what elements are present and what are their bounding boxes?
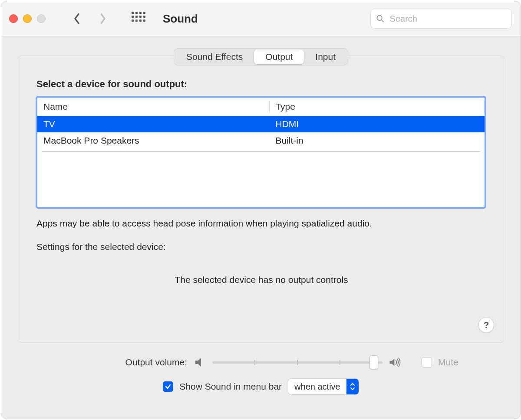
- nav-arrows: [63, 13, 118, 25]
- output-volume-row: Output volume: Mute: [35, 356, 487, 369]
- select-stepper-icon: [346, 379, 359, 394]
- tab-sound-effects[interactable]: Sound Effects: [175, 49, 254, 64]
- menubar-visibility-select[interactable]: when active: [288, 378, 359, 395]
- tab-segmented-control: Sound Effects Output Input: [174, 48, 348, 66]
- col-header-type[interactable]: Type: [269, 102, 484, 112]
- table-rule: [42, 151, 480, 152]
- settings-for-device-label: Settings for the selected device:: [36, 242, 486, 252]
- output-panel: Sound Effects Output Input Select a devi…: [18, 56, 504, 343]
- col-divider: [484, 101, 485, 113]
- search-icon: [376, 14, 385, 23]
- checkmark-icon: [165, 383, 171, 390]
- panel-area: Sound Effects Output Input Select a devi…: [1, 36, 521, 419]
- device-row-tv[interactable]: TV HDMI: [37, 116, 485, 132]
- menubar-row: Show Sound in menu bar when active: [35, 378, 487, 395]
- forward-button[interactable]: [97, 13, 109, 25]
- bottom-controls: Output volume: Mute: [18, 343, 504, 395]
- volume-min-icon: [193, 356, 206, 369]
- window-controls: [9, 14, 59, 23]
- volume-max-icon: [389, 356, 402, 369]
- device-name: MacBook Pro Speakers: [37, 135, 269, 146]
- mute-checkbox[interactable]: [422, 357, 432, 368]
- col-header-name[interactable]: Name: [37, 102, 269, 112]
- device-row-macbook-speakers[interactable]: MacBook Pro Speakers Built-in: [37, 132, 485, 149]
- select-value: when active: [288, 382, 346, 392]
- page-title: Sound: [163, 12, 198, 26]
- titlebar: Sound: [1, 1, 521, 36]
- tab-input[interactable]: Input: [304, 49, 347, 64]
- device-type: Built-in: [269, 135, 485, 146]
- output-volume-slider[interactable]: [212, 356, 383, 369]
- tab-output[interactable]: Output: [254, 49, 304, 64]
- table-header: Name Type: [37, 98, 485, 116]
- slider-knob[interactable]: [369, 355, 378, 369]
- close-window-button[interactable]: [9, 14, 18, 23]
- chevron-right-icon: [99, 13, 106, 25]
- spatial-audio-privacy-note: Apps may be able to access head pose inf…: [36, 218, 486, 229]
- back-button[interactable]: [71, 13, 83, 25]
- output-device-table[interactable]: Name Type TV HDMI MacBook Pro Speakers B…: [36, 96, 486, 209]
- help-button[interactable]: ?: [478, 317, 494, 333]
- search-field-wrap[interactable]: [370, 9, 512, 29]
- device-type: HDMI: [269, 119, 485, 129]
- show-all-prefs-button[interactable]: [132, 12, 145, 26]
- output-volume-label: Output volume:: [113, 357, 187, 368]
- no-output-controls-text: The selected device has no output contro…: [36, 275, 486, 285]
- show-sound-menubar-label: Show Sound in menu bar: [179, 381, 282, 392]
- mute-label: Mute: [438, 357, 458, 368]
- show-sound-menubar-checkbox[interactable]: [163, 381, 173, 392]
- question-mark-icon: ?: [484, 320, 489, 330]
- select-output-device-heading: Select a device for sound output:: [36, 79, 486, 90]
- minimize-window-button[interactable]: [23, 14, 32, 23]
- search-input[interactable]: [389, 13, 506, 24]
- zoom-window-button[interactable]: [37, 14, 46, 23]
- svg-line-1: [382, 20, 383, 22]
- device-name: TV: [37, 119, 269, 129]
- chevron-left-icon: [73, 13, 80, 25]
- sound-prefpane-window: Sound Sound Effects Output Input Select …: [1, 1, 521, 419]
